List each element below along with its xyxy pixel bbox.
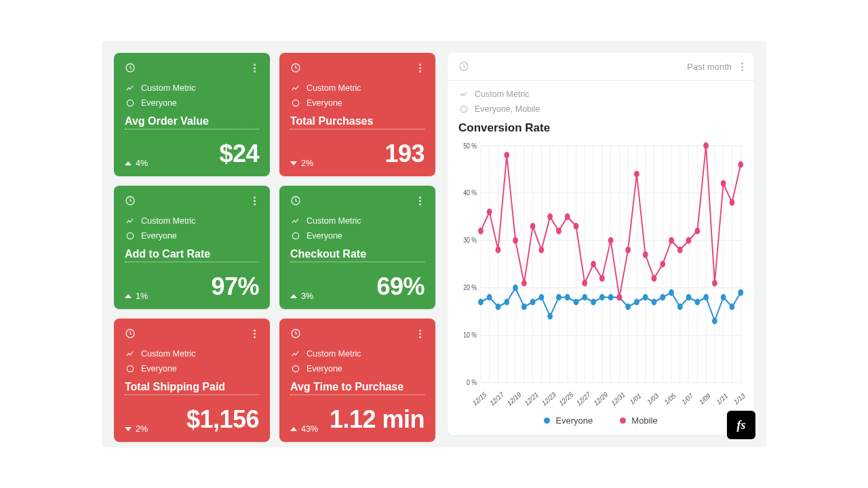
- metric-card-4[interactable]: Custom MetricEveryoneTotal Shipping Paid…: [114, 319, 270, 442]
- triangle-up-icon: [125, 294, 132, 298]
- metric-card-2[interactable]: Custom MetricEveryoneAdd to Cart Rate1%9…: [114, 186, 270, 309]
- svg-point-102: [730, 304, 734, 309]
- segment-label: Everyone: [141, 364, 177, 373]
- svg-point-116: [583, 281, 587, 285]
- svg-point-7: [292, 232, 298, 239]
- svg-text:0 %: 0 %: [467, 378, 477, 386]
- svg-point-128: [687, 238, 691, 243]
- segment-label: Everyone: [141, 98, 177, 108]
- svg-point-115: [574, 224, 578, 228]
- svg-point-132: [722, 181, 726, 186]
- svg-text:1/03: 1/03: [646, 391, 660, 406]
- trend-icon: [458, 89, 469, 100]
- svg-point-107: [505, 152, 509, 157]
- trend-icon: [125, 348, 136, 359]
- svg-point-79: [531, 300, 535, 304]
- metric-card-0[interactable]: Custom MetricEveryoneAvg Order Value4%$2…: [114, 53, 270, 176]
- svg-text:12/27: 12/27: [576, 390, 592, 406]
- svg-text:40 %: 40 %: [463, 188, 477, 197]
- svg-text:12/25: 12/25: [558, 390, 574, 406]
- svg-point-103: [738, 290, 743, 295]
- segment-label: Everyone: [307, 231, 342, 241]
- delta-indicator: 1%: [125, 291, 148, 301]
- svg-point-73: [479, 300, 483, 304]
- svg-point-87: [600, 295, 604, 300]
- card-menu-button[interactable]: [415, 64, 425, 73]
- metric-type-label: Custom Metric: [141, 349, 196, 359]
- svg-point-123: [644, 252, 648, 257]
- svg-point-122: [635, 171, 639, 176]
- card-menu-button[interactable]: [415, 197, 425, 205]
- svg-point-111: [539, 247, 543, 252]
- trend-icon: [125, 83, 136, 94]
- segment-icon: [125, 363, 136, 374]
- clock-icon: [290, 62, 301, 73]
- delta-value: 1%: [136, 291, 148, 301]
- svg-point-3: [292, 100, 298, 106]
- dashboard: Custom MetricEveryoneAvg Order Value4%$2…: [102, 41, 766, 447]
- svg-point-114: [566, 214, 570, 219]
- svg-text:1/09: 1/09: [698, 391, 712, 406]
- segment-icon: [125, 98, 136, 108]
- svg-point-110: [531, 224, 535, 228]
- legend-item-everyone[interactable]: Everyone: [544, 415, 593, 426]
- time-range-label[interactable]: Past month: [687, 62, 732, 72]
- svg-point-130: [704, 143, 708, 148]
- clock-icon: [125, 195, 136, 206]
- svg-point-84: [574, 300, 578, 304]
- brand-badge[interactable]: fs: [727, 411, 755, 439]
- metric-value: 69%: [376, 272, 425, 301]
- chart-title: Conversion Rate: [448, 115, 754, 135]
- svg-point-120: [617, 295, 621, 300]
- chart-segment-label: Everyone, Mobile: [475, 104, 540, 114]
- svg-point-131: [713, 281, 717, 285]
- metric-value: 1.12 min: [330, 405, 425, 434]
- delta-value: 2%: [136, 424, 148, 434]
- delta-value: 2%: [301, 159, 313, 168]
- svg-point-13: [460, 106, 467, 112]
- metric-card-5[interactable]: Custom MetricEveryoneAvg Time to Purchas…: [279, 319, 435, 442]
- delta-indicator: 2%: [290, 159, 313, 168]
- svg-point-134: [738, 162, 743, 167]
- chart-legend: Everyone Mobile: [448, 411, 754, 435]
- trend-icon: [290, 83, 301, 94]
- svg-point-127: [678, 247, 682, 252]
- segment-icon: [290, 98, 301, 108]
- metric-card-3[interactable]: Custom MetricEveryoneCheckout Rate3%69%: [279, 186, 435, 309]
- svg-point-105: [488, 209, 492, 214]
- svg-point-118: [600, 276, 604, 281]
- svg-point-81: [548, 314, 552, 319]
- delta-value: 43%: [301, 424, 318, 434]
- chart-menu-button[interactable]: [741, 62, 743, 71]
- card-menu-button[interactable]: [250, 197, 259, 205]
- svg-point-91: [635, 300, 639, 304]
- svg-point-119: [609, 238, 613, 243]
- segment-label: Everyone: [307, 364, 342, 373]
- delta-value: 3%: [301, 291, 313, 301]
- svg-point-90: [626, 304, 630, 309]
- svg-text:12/15: 12/15: [471, 390, 488, 406]
- trend-icon: [290, 348, 301, 359]
- svg-point-101: [722, 295, 726, 300]
- svg-text:12/19: 12/19: [507, 390, 523, 406]
- svg-point-98: [695, 300, 699, 304]
- triangle-up-icon: [290, 294, 297, 298]
- segment-icon: [290, 230, 301, 241]
- svg-point-104: [479, 228, 483, 233]
- svg-point-11: [292, 365, 298, 371]
- card-menu-button[interactable]: [250, 64, 259, 73]
- metric-type-label: Custom Metric: [141, 83, 196, 93]
- legend-item-mobile[interactable]: Mobile: [620, 415, 657, 426]
- triangle-down-icon: [290, 161, 297, 165]
- metric-type-label: Custom Metric: [307, 83, 361, 93]
- svg-point-85: [583, 295, 587, 300]
- svg-point-5: [127, 232, 133, 239]
- metric-card-1[interactable]: Custom MetricEveryoneTotal Purchases2%19…: [279, 53, 435, 176]
- svg-point-133: [730, 200, 734, 205]
- metric-title: Checkout Rate: [290, 248, 425, 262]
- card-menu-button[interactable]: [415, 329, 425, 338]
- svg-point-97: [687, 295, 691, 300]
- svg-point-100: [713, 319, 717, 323]
- card-menu-button[interactable]: [250, 329, 259, 338]
- svg-point-117: [591, 262, 595, 266]
